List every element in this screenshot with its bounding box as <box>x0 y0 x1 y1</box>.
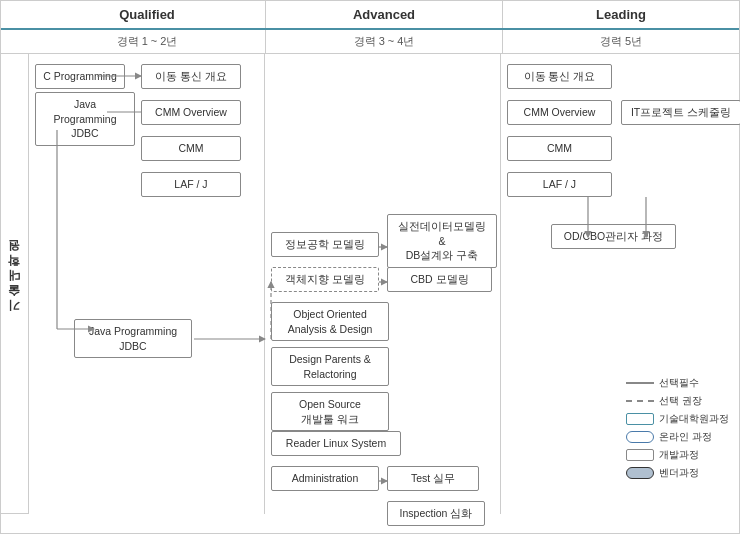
box-cmm-overview-q: CMM Overview <box>141 100 241 125</box>
legend-dev-box <box>626 449 654 461</box>
box-test: Test 실무 <box>387 466 479 491</box>
box-cmm-l: CMM <box>507 136 612 161</box>
main-area: 기술대학원 C Programming Java ProgrammingJDBC… <box>1 54 739 514</box>
box-laf-j-q: LAF / J <box>141 172 241 197</box>
box-obj-modeling: 객체지향 모델링 <box>271 267 379 292</box>
box-cmm-q: CMM <box>141 136 241 161</box>
box-info-modeling: 정보공학 모델링 <box>271 232 379 257</box>
box-mobile-comm-l: 이동 통신 개요 <box>507 64 612 89</box>
sub-header-spacer <box>1 30 29 53</box>
legend-solid-line <box>626 382 654 384</box>
diagram-container: Qualified Advanced Leading 경력 1 ~ 2년 경력 … <box>0 0 740 534</box>
col-leading: 이동 통신 개요 CMM Overview CMM LAF / J IT프로젝트… <box>501 54 739 514</box>
header-spacer <box>1 1 29 28</box>
box-administration: Administration <box>271 466 379 491</box>
header-advanced: Advanced <box>266 1 503 28</box>
legend-vendor-box <box>626 467 654 479</box>
legend-item-solid: 선택필수 <box>626 376 729 390</box>
vertical-label-text: 기술대학원 <box>6 246 23 321</box>
box-inspection: Inspection 심화 <box>387 501 485 526</box>
legend-item-dev: 개발과정 <box>626 448 729 462</box>
legend-item-vendor: 벤더과정 <box>626 466 729 480</box>
box-reader-linux: Reader Linux System <box>271 431 401 456</box>
box-mobile-comm-q: 이동 통신 개요 <box>141 64 241 89</box>
sub-header-advanced: 경력 3 ~ 4년 <box>266 30 503 53</box>
legend-item-online: 온라인 과정 <box>626 430 729 444</box>
legend-label-vendor: 벤더과정 <box>659 466 699 480</box>
legend-online-box <box>626 431 654 443</box>
box-c-programming: C Programming <box>35 64 125 89</box>
legend: 선택필수 선택 권장 기술대학원과정 온라인 과정 개발과정 <box>626 376 729 484</box>
box-design-parents: Design Parents &Relactoring <box>271 347 389 386</box>
legend-label-teal: 기술대학원과정 <box>659 412 729 426</box>
legend-label-online: 온라인 과정 <box>659 430 712 444</box>
legend-teal-box <box>626 413 654 425</box>
box-oo-analysis: Object OrientedAnalysis & Design <box>271 302 389 341</box>
vertical-label-container: 기술대학원 <box>1 54 29 514</box>
sub-header-row: 경력 1 ~ 2년 경력 3 ~ 4년 경력 5년 <box>1 30 739 54</box>
box-od-cbo: OD/CBO관리자 과정 <box>551 224 676 249</box>
legend-label-dotted: 선택 권장 <box>659 394 702 408</box>
header-row: Qualified Advanced Leading <box>1 1 739 30</box>
box-cmm-overview-l: CMM Overview <box>507 100 612 125</box>
legend-item-dotted: 선택 권장 <box>626 394 729 408</box>
legend-dotted-line <box>626 400 654 402</box>
sub-header-qualified: 경력 1 ~ 2년 <box>29 30 266 53</box>
col-advanced: 정보공학 모델링 객체지향 모델링 Object OrientedAnalysi… <box>265 54 501 514</box>
box-it-project: IT프로젝트 스케줄링 <box>621 100 740 125</box>
legend-item-teal: 기술대학원과정 <box>626 412 729 426</box>
header-qualified: Qualified <box>29 1 266 28</box>
box-practice-data: 실전데이터모델링 &DB설계와 구축 <box>387 214 497 268</box>
box-open-source: Open Source개발툴 워크 <box>271 392 389 431</box>
col-qualified: C Programming Java ProgrammingJDBC 이동 통신… <box>29 54 265 514</box>
box-java-jdbc-top: Java ProgrammingJDBC <box>35 92 135 146</box>
legend-label-solid: 선택필수 <box>659 376 699 390</box>
box-laf-j-l: LAF / J <box>507 172 612 197</box>
box-java-jdbc-bottom: Java ProgrammingJDBC <box>74 319 192 358</box>
legend-label-dev: 개발과정 <box>659 448 699 462</box>
sub-header-leading: 경력 5년 <box>503 30 739 53</box>
box-cbd-modeling: CBD 모델링 <box>387 267 492 292</box>
header-leading: Leading <box>503 1 739 28</box>
